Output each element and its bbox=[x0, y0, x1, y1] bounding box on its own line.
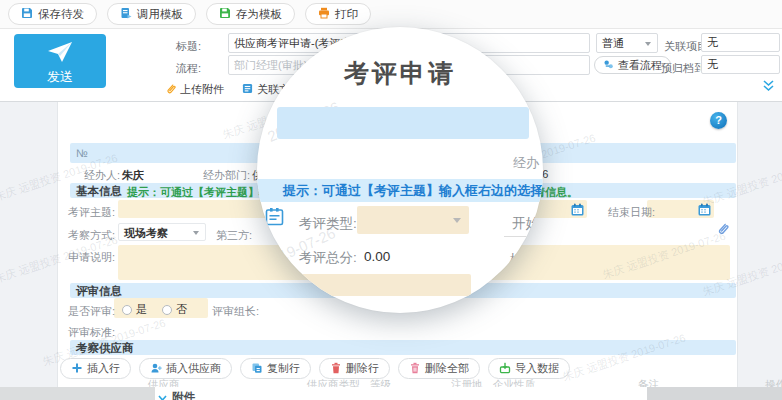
magnified-hint-text: 提示：可通过【考评主题】输入框右边的选择按钮 bbox=[283, 182, 543, 200]
delete-all-icon bbox=[409, 362, 421, 376]
form-doc-icon bbox=[265, 207, 284, 230]
dept-label: 经办部门: bbox=[203, 168, 250, 183]
magnified-type-label: 考评类型: bbox=[299, 215, 357, 233]
radio-no-label: 否 bbox=[176, 302, 187, 317]
delete-row-icon bbox=[330, 362, 342, 376]
calendar-icon[interactable] bbox=[571, 202, 584, 220]
toolbar-button-load-template[interactable]: 调用模板 bbox=[107, 3, 196, 25]
review-standard-label: 评审标准: bbox=[68, 325, 115, 340]
toolbar-button-label: 打印 bbox=[335, 7, 358, 22]
supplier-button-label: 删除全部 bbox=[425, 361, 469, 376]
radio-yes-label: 是 bbox=[136, 302, 147, 317]
attachment-paperclip-icon[interactable] bbox=[716, 222, 729, 240]
attachment-label: 附件 bbox=[172, 390, 195, 400]
send-button-label: 发送 bbox=[14, 68, 106, 86]
supplier-button-copy-row[interactable]: 复制行 bbox=[240, 358, 311, 379]
doc-number-label: № bbox=[76, 147, 88, 159]
supplier-button-insert-row[interactable]: 插入行 bbox=[60, 358, 131, 379]
supplier-column-header: 操作 bbox=[765, 378, 782, 387]
supplier-column-header: 备注 bbox=[638, 378, 659, 387]
load-template-icon bbox=[120, 7, 132, 21]
end-date-input[interactable] bbox=[647, 200, 714, 218]
caret-down-icon bbox=[193, 231, 199, 235]
supplier-section-bar bbox=[70, 340, 736, 355]
supplier-button-delete-all[interactable]: 删除全部 bbox=[398, 358, 480, 379]
title-label: 标题: bbox=[176, 39, 201, 54]
prearchive-input[interactable] bbox=[701, 55, 780, 74]
supplier-button-label: 插入供应商 bbox=[166, 361, 221, 376]
toolbar-button-label: 调用模板 bbox=[137, 7, 183, 22]
handler-label: 经办人: bbox=[84, 168, 120, 183]
view-flow-button[interactable]: 查看流程 bbox=[594, 56, 671, 74]
insert-row-icon bbox=[71, 362, 83, 376]
related-doc-icon bbox=[242, 83, 253, 96]
toolbar-button-label: 保存待发 bbox=[38, 7, 84, 22]
magnified-score-value: 0.00 bbox=[364, 249, 390, 264]
send-button[interactable]: 发送 bbox=[14, 34, 106, 88]
upload-attachment-label: 上传附件 bbox=[180, 82, 224, 97]
toolbar-button-save-template[interactable]: 存为模板 bbox=[206, 3, 295, 25]
supplier-table-toolbar: 插入行插入供应商复制行删除行删除全部导入数据 bbox=[60, 358, 570, 379]
print-icon bbox=[318, 7, 330, 21]
supplier-column-header: 企业性质 bbox=[493, 378, 535, 387]
toolbar-button-save-draft[interactable]: 保存待发 bbox=[8, 3, 97, 25]
supplier-button-delete-row[interactable]: 删除行 bbox=[319, 358, 390, 379]
flow-label: 流程: bbox=[176, 61, 201, 76]
top-toolbar: 保存待发调用模板存为模板打印 bbox=[0, 0, 782, 29]
supplier-button-insert-supplier[interactable]: 插入供应商 bbox=[139, 358, 232, 379]
paper-plane-icon bbox=[14, 41, 106, 67]
toolbar-button-group: 保存待发调用模板存为模板打印 bbox=[8, 3, 371, 25]
is-review-label: 是否评审: bbox=[68, 304, 115, 319]
magnified-next-field bbox=[301, 274, 471, 296]
method-value: 现场考察 bbox=[124, 227, 168, 239]
save-template-icon bbox=[219, 7, 231, 21]
magnified-handler-fragment: 经办 bbox=[513, 154, 539, 172]
attachment-panel-header[interactable]: 附件 bbox=[158, 388, 195, 400]
basic-section-title: 基本信息 bbox=[76, 184, 122, 199]
calendar-icon[interactable] bbox=[698, 202, 711, 220]
magnified-doc-number-bar bbox=[277, 107, 529, 139]
supplier-column-header: 等级 bbox=[370, 378, 391, 387]
topic-label: 考评主题: bbox=[68, 205, 115, 220]
related-project-input[interactable] bbox=[701, 33, 780, 52]
toolbar-button-label: 存为模板 bbox=[236, 7, 282, 22]
desc-label: 申请说明: bbox=[68, 250, 115, 265]
supplier-section-title: 考察供应商 bbox=[76, 341, 134, 356]
paperclip-icon bbox=[165, 83, 176, 97]
supplier-button-import-data[interactable]: 导入数据 bbox=[488, 358, 570, 379]
supplier-button-label: 插入行 bbox=[87, 361, 120, 376]
supplier-button-label: 删除行 bbox=[346, 361, 379, 376]
radio-no[interactable]: 否 bbox=[162, 302, 187, 317]
bottom-band-right bbox=[647, 387, 782, 400]
view-flow-icon bbox=[603, 59, 614, 72]
upload-attachment-link[interactable]: 上传附件 bbox=[165, 82, 224, 97]
priority-value: 普通 bbox=[602, 37, 624, 49]
supplier-column-header: 供应商类型 bbox=[307, 378, 360, 387]
priority-select[interactable]: 普通 bbox=[596, 33, 658, 53]
bottom-band-left bbox=[0, 387, 155, 400]
insert-supplier-icon bbox=[150, 362, 162, 376]
third-party-label: 第三方: bbox=[216, 228, 252, 243]
supplier-table-header: 供应商供应商类型等级注册地企业性质备注操作 bbox=[0, 378, 782, 387]
caret-down-icon bbox=[645, 42, 651, 46]
method-select[interactable]: 现场考察 bbox=[118, 223, 206, 241]
caret-down-icon bbox=[453, 218, 461, 223]
chevron-down-icon bbox=[158, 388, 167, 400]
is-review-field: 是 否 bbox=[114, 298, 208, 318]
evaluation-application-page: 保存待发调用模板存为模板打印 发送 标题: 普通 关联项目: 流程: 查看流程 … bbox=[0, 0, 782, 400]
magnifier-bubble: 2019-07-26 2019-07-26 考评申请 经办 提示：可通过【考评主… bbox=[257, 27, 543, 313]
save-draft-icon bbox=[21, 7, 33, 21]
supplier-column-header: 注册地 bbox=[451, 378, 483, 387]
handler-value: 朱庆 bbox=[122, 168, 144, 183]
supplier-button-label: 导入数据 bbox=[515, 361, 559, 376]
method-label: 考察方式: bbox=[68, 228, 115, 243]
copy-row-icon bbox=[251, 362, 263, 376]
help-icon[interactable]: ? bbox=[710, 112, 727, 129]
radio-circle-icon bbox=[122, 305, 132, 315]
toolbar-button-print[interactable]: 打印 bbox=[305, 3, 371, 25]
view-flow-label: 查看流程 bbox=[618, 58, 662, 73]
radio-yes[interactable]: 是 bbox=[122, 302, 147, 317]
supplier-column-header: 供应商 bbox=[148, 378, 180, 387]
review-leader-label: 评审组长: bbox=[212, 304, 259, 319]
collapse-chevrons-icon[interactable] bbox=[762, 78, 775, 96]
